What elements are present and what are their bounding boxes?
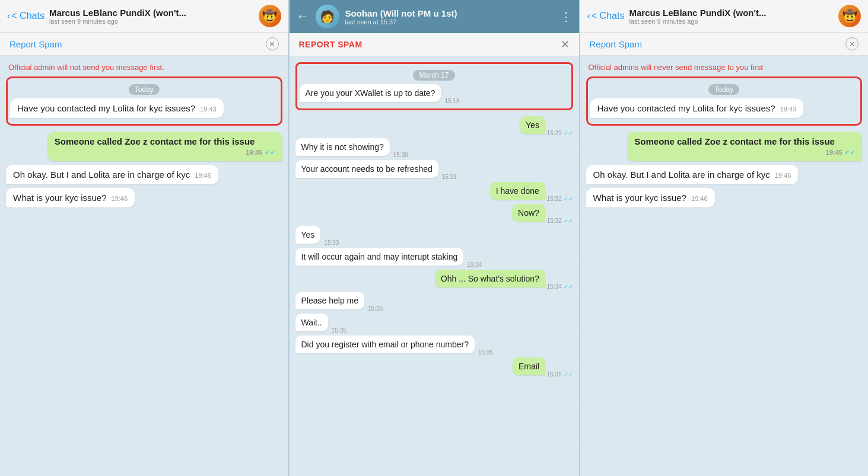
left-kyc-message-text: Have you contacted my Lolita for kyc iss… (17, 103, 195, 113)
middle-email-bubble: Email (513, 357, 545, 375)
right-close-icon: ✕ (849, 40, 856, 49)
right-received-okay-message: Oh okay. But I and Lolita are in charge … (586, 165, 863, 184)
right-chevron-icon: ‹ (587, 11, 590, 21)
middle-header: ← 🧑 Soohan (Will not PM u 1st) last seen… (290, 0, 579, 33)
left-back-label[interactable]: < Chats (11, 11, 44, 21)
middle-header-info: Soohan (Will not PM u 1st) last seen at … (345, 8, 554, 25)
middle-options-button[interactable]: ⋮ (560, 9, 572, 24)
left-kyc-q-text: What is your kyc issue? (13, 193, 107, 203)
right-kyc-q-time: 19:46 (691, 195, 708, 202)
left-okay-bubble: Oh okay. But I and Lolita are in charge … (6, 165, 218, 184)
right-report-spam-button[interactable]: Report Spam (590, 39, 642, 49)
right-zoe-bubble: Someone called Zoe z contact me for this… (627, 132, 862, 161)
left-okay-time: 19:46 (195, 172, 211, 179)
right-kyc-bubble: Have you contacted my Lolita for kyc iss… (590, 98, 804, 118)
middle-spam-bar: REPORT SPAM ✕ (290, 33, 579, 56)
left-contact-status: last seen 9 minutes ago (49, 18, 254, 25)
right-date-label: Today (708, 84, 739, 95)
middle-chat-area: March 17 Are you your XWallet is up to d… (290, 56, 579, 476)
left-admin-warning: Official admin will not send you message… (6, 63, 282, 72)
middle-spam-close-button[interactable]: ✕ (561, 38, 570, 51)
middle-spam-title: REPORT SPAM (299, 40, 363, 49)
middle-register-bubble: Did you register with email or phone num… (295, 336, 475, 353)
middle-contact-status: last seen at 15:37 (345, 18, 554, 25)
middle-yes2-time: 15:33 (324, 239, 339, 246)
middle-msg-refresh: Your account needs to be refreshed 15:31 (295, 160, 573, 180)
middle-refresh-time: 15:31 (442, 174, 457, 180)
left-red-border-box: Today Have you contacted my Lolita for k… (6, 76, 282, 126)
left-chat-area: Official admin will not send you message… (0, 56, 288, 476)
middle-msg-notshowing: Why it is not showing? 15:30 (295, 138, 573, 158)
right-kyc-q-text: What is your kyc issue? (593, 193, 687, 203)
left-sent-zoe-message: Someone called Zoe z contact me for this… (6, 132, 282, 161)
right-spam-close-button[interactable]: ✕ (845, 37, 859, 50)
left-avatar: 🤠 (259, 5, 281, 27)
middle-wait-bubble: Wait.. (295, 314, 328, 331)
right-kyc-q-bubble: What is your kyc issue? 19:46 (586, 188, 715, 207)
middle-msg-done: I have done 15:32 ✓✓ (295, 182, 573, 202)
right-back-label[interactable]: < Chats (592, 11, 625, 21)
right-spam-bar: Report Spam ✕ (580, 33, 869, 56)
right-contact-status: last seen 9 minutes ago (629, 18, 834, 25)
middle-date-badge: March 17 (300, 70, 569, 81)
left-received-okay-message: Oh okay. But I and Lolita are in charge … (6, 165, 282, 184)
middle-occur-time: 15:34 (467, 261, 482, 268)
middle-msg-solution: Ohh ... So what's solution? 15:34 ✓✓ (295, 270, 573, 290)
middle-xwallet-text: Are you your XWallet is up to date? (306, 88, 435, 98)
left-zoe-bubble: Someone called Zoe z contact me for this… (47, 132, 282, 161)
middle-yes1-time: 15:29 ✓✓ (545, 130, 573, 136)
middle-avatar: 🧑 (316, 5, 339, 28)
middle-email-time: 15:35 ✓✓ (545, 371, 573, 378)
middle-xwallet-time: 15:18 (444, 98, 459, 104)
left-spam-close-button[interactable]: ✕ (266, 37, 279, 50)
left-kyc-q-time: 19:46 (112, 195, 128, 202)
right-sent-zoe-message: Someone called Zoe z contact me for this… (586, 132, 863, 161)
left-back-button[interactable]: ‹ < Chats (7, 11, 44, 21)
middle-yes1-bubble: Yes (520, 116, 545, 134)
left-close-icon: ✕ (269, 40, 275, 49)
middle-msg-help: Please help me 15:35 (295, 292, 573, 312)
right-received-kyc-message: Have you contacted my Lolita for kyc iss… (590, 98, 859, 118)
right-chat-area: Official admins will never send message … (580, 56, 869, 476)
middle-msg-yes1: Yes 15:29 ✓✓ (295, 116, 573, 136)
right-panel: ‹ < Chats Marcus LeBlanc PundiX (won't..… (580, 0, 869, 476)
middle-contact-name: Soohan (Will not PM u 1st) (345, 8, 554, 18)
left-date-label: Today (129, 84, 160, 95)
left-received-kyc-question: What is your kyc issue? 19:46 (6, 188, 282, 207)
left-zoe-text: Someone called Zoe z contact me for this… (55, 136, 255, 146)
middle-notshowing-bubble: Why it is not showing? (295, 138, 390, 156)
left-contact-name: Marcus LeBlanc PundiX (won't... (49, 8, 254, 18)
middle-yes2-bubble: Yes (295, 226, 321, 244)
left-zoe-time: 19:45 ✓✓ (246, 149, 275, 156)
right-zoe-text: Someone called Zoe z contact me for this… (634, 136, 835, 146)
left-zoe-check: ✓✓ (265, 149, 275, 156)
right-kyc-text: Have you contacted my Lolita for kyc iss… (597, 103, 775, 113)
right-kyc-time: 19:43 (780, 106, 797, 113)
middle-msg-yes2: Yes 15:33 (295, 226, 573, 246)
middle-msg-now: Now? 15:32 ✓✓ (295, 204, 573, 224)
middle-back-button[interactable]: ← (297, 9, 310, 24)
right-admin-warning: Official admins will never send message … (586, 63, 863, 72)
middle-notshowing-time: 15:30 (393, 152, 408, 158)
middle-avatar-icon: 🧑 (320, 9, 335, 24)
right-okay-time: 19:46 (775, 172, 791, 179)
chevron-left-icon: ‹ (7, 11, 10, 21)
left-spam-bar: Report Spam ✕ (0, 33, 288, 56)
middle-xwallet-bubble: Are you your XWallet is up to date? (300, 84, 441, 102)
right-red-border-box: Today Have you contacted my Lolita for k… (586, 76, 863, 126)
left-report-spam-button[interactable]: Report Spam (9, 39, 62, 49)
middle-date-label: March 17 (413, 70, 454, 81)
middle-solution-time: 15:34 ✓✓ (545, 283, 573, 290)
middle-red-border-box: March 17 Are you your XWallet is up to d… (295, 62, 573, 110)
right-contact-name: Marcus LeBlanc PundiX (won't... (629, 8, 834, 18)
right-header-info: Marcus LeBlanc PundiX (won't... last see… (629, 8, 834, 25)
middle-msg-occur: It will occur again and may interupt sta… (295, 248, 573, 268)
right-back-button[interactable]: ‹ < Chats (587, 11, 625, 21)
middle-done-bubble: I have done (490, 182, 545, 200)
right-zoe-check: ✓✓ (844, 149, 855, 156)
left-kyc-q-bubble: What is your kyc issue? 19:46 (6, 188, 135, 207)
left-kyc-time: 19:43 (200, 106, 217, 113)
middle-help-bubble: Please help me (295, 292, 365, 309)
right-header: ‹ < Chats Marcus LeBlanc PundiX (won't..… (580, 0, 869, 33)
middle-now-bubble: Now? (512, 204, 545, 222)
